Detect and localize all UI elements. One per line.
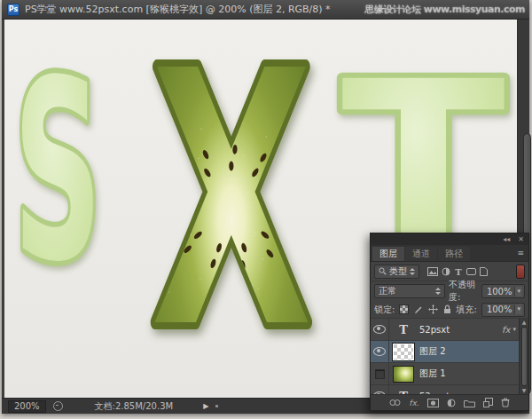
scroll-down-icon[interactable]: ▼: [522, 387, 527, 394]
type-layer-thumbnail[interactable]: T: [393, 321, 414, 338]
scroll-up-icon[interactable]: ▲: [522, 319, 527, 326]
transparent-layer-thumbnail[interactable]: [393, 344, 414, 360]
layers-panel: ◂◂ ✕ 图层 通道 路径 ≡ 类型 T 正常 不透明度: 100% ▾: [370, 233, 529, 411]
lock-icons: [399, 304, 451, 314]
blend-mode-row: 正常 不透明度: 100% ▾: [371, 281, 528, 301]
fx-icon: fx: [502, 325, 510, 335]
new-group-folder-icon[interactable]: [464, 399, 475, 407]
layer-list: T 52psxt fx ▾ 图层 2 图层 1 T 52psxt: [371, 319, 528, 394]
pixel-layers-filter-icon[interactable]: [427, 267, 438, 276]
opacity-field[interactable]: 100% ▾: [481, 284, 525, 298]
panel-tab-bar: 图层 通道 路径 ≡: [371, 245, 528, 262]
tab-channels[interactable]: 通道: [405, 247, 437, 261]
visibility-cell[interactable]: [371, 341, 389, 362]
lock-position-move-icon[interactable]: [428, 304, 438, 314]
type-layer-thumbnail[interactable]: T: [393, 388, 414, 395]
eye-icon[interactable]: [373, 325, 386, 334]
opacity-dropdown-icon[interactable]: ▾: [514, 287, 522, 296]
filter-kind-label: 类型: [389, 265, 407, 278]
filter-kind-dropdown[interactable]: 类型: [374, 265, 419, 279]
delete-layer-trash-icon[interactable]: [501, 398, 510, 407]
collapse-panel-icon[interactable]: ◂◂: [503, 236, 510, 243]
spinner-arrows-icon: [410, 268, 415, 275]
layer-list-scrollbar[interactable]: ▲ ▼: [519, 319, 528, 394]
tab-layers[interactable]: 图层: [372, 247, 404, 261]
adjustment-layers-filter-icon[interactable]: [442, 267, 450, 276]
link-layers-icon[interactable]: [389, 399, 401, 407]
layer-row-52psxt-bottom[interactable]: T 52psxt: [371, 385, 519, 394]
letter-s: S: [13, 27, 102, 316]
tab-paths[interactable]: 路径: [438, 247, 470, 261]
status-dot-icon: [215, 405, 218, 407]
eye-off-checkbox[interactable]: [375, 369, 385, 379]
layer-row-layer1[interactable]: 图层 1: [371, 363, 519, 385]
blend-mode-dropdown[interactable]: 正常: [374, 284, 445, 298]
document-size-info: 文档:2.85M/20.3M: [95, 400, 174, 413]
status-play-icon[interactable]: ▶: [203, 402, 208, 410]
spinner-arrows-icon: [435, 288, 441, 295]
visibility-cell[interactable]: [371, 319, 389, 340]
new-adjustment-layer-icon[interactable]: [447, 399, 456, 407]
visibility-cell[interactable]: [371, 385, 389, 394]
new-layer-icon[interactable]: [483, 398, 493, 407]
smart-objects-filter-icon[interactable]: [480, 267, 488, 276]
add-layer-mask-icon[interactable]: [427, 399, 439, 407]
layers-panel-bottom-bar: fx.: [371, 394, 528, 410]
lock-transparency-icon[interactable]: [399, 304, 409, 314]
visibility-cell[interactable]: [371, 363, 389, 384]
search-icon: [379, 267, 387, 275]
layer-scrollbar-thumb[interactable]: [521, 327, 528, 386]
layer-name[interactable]: 图层 2: [419, 345, 516, 358]
panel-menu-icon[interactable]: ≡: [517, 249, 524, 257]
type-layers-filter-icon[interactable]: T: [454, 267, 463, 276]
opacity-value: 100%: [487, 287, 512, 296]
lock-pixels-brush-icon[interactable]: [414, 305, 423, 314]
watermark-text: 思缘设计论坛 www.missyuan.com: [364, 4, 525, 16]
panel-header: ◂◂ ✕: [371, 233, 528, 245]
letter-x-kiwi: X: [151, 20, 312, 398]
svg-text:T: T: [455, 267, 462, 276]
layer-filtering-toggle[interactable]: [516, 265, 525, 279]
photoshop-app-icon: Ps: [7, 4, 20, 16]
blend-mode-value: 正常: [379, 285, 396, 297]
lock-row: 锁定: 填充: 100% ▾: [371, 301, 528, 319]
status-circle-icon: [53, 401, 63, 411]
layer-row-52psxt-top[interactable]: T 52psxt fx ▾: [371, 319, 519, 341]
lock-label: 锁定:: [374, 304, 395, 316]
eye-icon[interactable]: [373, 347, 386, 356]
fill-field[interactable]: 100% ▾: [481, 303, 525, 317]
fill-value: 100%: [487, 304, 512, 314]
image-layer-thumbnail[interactable]: [393, 366, 414, 383]
fill-label: 填充:: [457, 304, 477, 316]
layer-row-layer2-selected[interactable]: 图层 2: [371, 341, 519, 363]
fx-expand-icon[interactable]: ▾: [512, 326, 516, 333]
add-layer-style-icon[interactable]: fx.: [409, 399, 419, 407]
layer-name[interactable]: 图层 1: [419, 368, 516, 380]
title-bar[interactable]: Ps PS学堂 www.52psxt.com [猕猴桃字效] @ 200% (图…: [2, 0, 529, 20]
layer-effects-badge[interactable]: fx ▾: [502, 325, 516, 335]
zoom-level-field[interactable]: 200%: [8, 400, 46, 413]
eye-icon[interactable]: [373, 391, 386, 394]
fill-dropdown-icon[interactable]: ▾: [514, 304, 522, 314]
shape-layers-filter-icon[interactable]: [466, 267, 476, 276]
close-panel-icon[interactable]: ✕: [518, 236, 524, 243]
filter-type-icons: T: [427, 267, 488, 276]
layer-name[interactable]: 52psxt: [419, 325, 502, 335]
lock-all-icon[interactable]: [443, 304, 451, 314]
opacity-label: 不透明度:: [449, 279, 478, 304]
